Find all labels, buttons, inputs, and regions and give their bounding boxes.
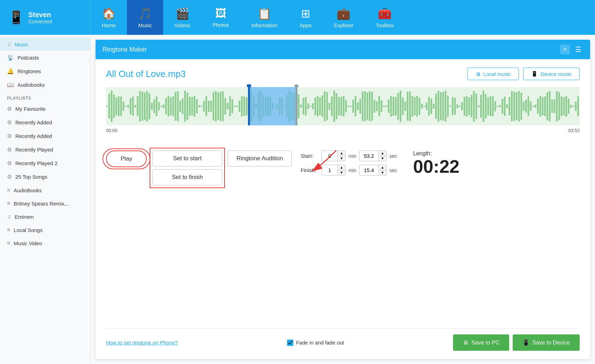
start-sec-up[interactable]: ▲	[379, 151, 386, 156]
finish-min-up[interactable]: ▲	[338, 165, 345, 170]
start-sec-spinners: ▲ ▼	[378, 151, 386, 161]
svg-rect-137	[430, 99, 432, 114]
top-bar: 📱 Steven Connected 🏠 Home 🎵 Music 🎬 Vide…	[0, 0, 595, 35]
set-to-finish-button[interactable]: Set to finish	[152, 169, 222, 185]
start-sec-input-group[interactable]: ▲ ▼	[359, 150, 387, 161]
sidebar-item-recently-added-2[interactable]: ⚙ Recently Added	[0, 129, 90, 143]
svg-rect-156	[475, 93, 477, 119]
sidebar-item-my-favourite[interactable]: ⚙ My Favourite	[0, 102, 90, 116]
sidebar-item-ringtones[interactable]: 🔔 Ringtones	[0, 64, 90, 78]
gear-icon-6: ⚙	[7, 173, 12, 180]
nav-label-information: Information	[251, 22, 277, 28]
svg-rect-18	[149, 93, 150, 119]
nav-item-explorer[interactable]: 💼 Explorer	[323, 0, 365, 35]
fade-checkbox-group: Fade in and fade out	[287, 340, 344, 346]
svg-rect-20	[153, 99, 155, 114]
gear-icon-2: ⚙	[7, 119, 12, 126]
nav-label-explorer: Explorer	[334, 22, 354, 28]
svg-rect-132	[419, 98, 420, 115]
nav-item-apps[interactable]: ⊞ Apps	[288, 0, 323, 35]
sidebar-item-music-video[interactable]: ≡ Music Video	[0, 237, 90, 250]
finish-sec-down[interactable]: ▼	[379, 170, 386, 175]
nav-item-home[interactable]: 🏠 Home	[91, 0, 127, 35]
svg-rect-43	[208, 101, 210, 112]
waveform-selected-region[interactable]	[248, 87, 295, 125]
ringtone-icon: 🔔	[7, 68, 14, 75]
save-to-device-button[interactable]: 📱 Save to Device	[513, 334, 580, 351]
waveform-container[interactable]: // Will be populated by JS below 00:00 0…	[106, 87, 580, 136]
start-min-input[interactable]	[322, 151, 337, 161]
waveform-right-handle[interactable]	[295, 87, 298, 125]
sidebar-label-recently-played: Recently Played	[15, 147, 53, 153]
svg-rect-112	[371, 92, 373, 121]
sidebar-label-eminem: Eminem	[15, 214, 34, 220]
start-min-input-group[interactable]: ▲ ▼	[322, 150, 346, 161]
start-min-down[interactable]: ▼	[338, 156, 345, 161]
svg-rect-194	[565, 96, 567, 117]
list-icon-3: ≡	[7, 227, 10, 233]
svg-rect-153	[468, 97, 470, 115]
sidebar-item-audiobooks-playlist[interactable]: ≡ AudioBooks	[0, 184, 90, 197]
svg-rect-17	[146, 91, 148, 122]
finish-min-input-group[interactable]: ▲ ▼	[322, 165, 346, 176]
sidebar-item-music[interactable]: ♫ Music	[0, 38, 90, 51]
toolbox-icon: 🧰	[378, 7, 392, 20]
play-button[interactable]: Play	[106, 150, 147, 167]
sidebar-label-audiobooks-playlist: AudioBooks	[14, 187, 42, 193]
svg-rect-135	[426, 103, 428, 110]
sidebar-item-recently-added-1[interactable]: ⚙ Recently Added	[0, 116, 90, 129]
finish-min-down[interactable]: ▼	[338, 170, 345, 175]
svg-rect-50	[225, 98, 226, 115]
sidebar-item-eminem[interactable]: ♫ Eminem	[0, 210, 90, 223]
save-to-pc-button[interactable]: 🖥 Save to PC	[453, 334, 509, 351]
sidebar-item-local-songs[interactable]: ≡ Local Songs	[0, 223, 90, 237]
sidebar-item-audiobooks[interactable]: 📖 Audiobooks	[0, 78, 90, 92]
sidebar-item-recently-played[interactable]: ⚙ Recently Played	[0, 143, 90, 156]
finish-sec-input[interactable]	[360, 165, 378, 175]
svg-rect-52	[229, 96, 231, 116]
panel-menu-button[interactable]: ☰	[573, 45, 583, 54]
finish-sec-input-group[interactable]: ▲ ▼	[359, 165, 387, 176]
svg-rect-170	[509, 97, 510, 116]
nav-item-photos[interactable]: 🖼 Photos	[202, 0, 240, 35]
fade-checkbox[interactable]	[287, 340, 293, 346]
start-sec-down[interactable]: ▼	[379, 156, 386, 161]
nav-item-toolbox[interactable]: 🧰 Toolbox	[364, 0, 405, 35]
local-music-button[interactable]: 🖥 Local music	[467, 68, 519, 80]
svg-rect-109	[364, 91, 366, 121]
start-min-up[interactable]: ▲	[338, 151, 345, 156]
svg-rect-86	[310, 106, 311, 107]
svg-rect-145	[450, 106, 451, 107]
waveform-svg: // Will be populated by JS below	[106, 87, 580, 125]
sidebar-item-25-top-songs[interactable]: ⚙ 25 Top Songs	[0, 170, 90, 184]
sidebar-item-britney[interactable]: ≡ Britney Spears Remix...	[0, 197, 90, 210]
finish-min-input[interactable]	[322, 165, 337, 175]
nav-item-videos[interactable]: 🎬 Videos	[163, 0, 202, 35]
sidebar-label-local-songs: Local Songs	[14, 227, 43, 233]
svg-rect-105	[355, 96, 356, 116]
nav-items: 🏠 Home 🎵 Music 🎬 Videos 🖼 Photos 📋 Infor…	[91, 0, 595, 35]
nav-item-information[interactable]: 📋 Information	[240, 0, 288, 35]
svg-rect-139	[435, 94, 437, 119]
panel-close-button[interactable]: ×	[560, 45, 570, 54]
finish-min-unit: min	[348, 168, 356, 173]
sidebar-item-recently-played-2[interactable]: ⚙ Recently Played 2	[0, 156, 90, 170]
svg-rect-99	[340, 96, 342, 116]
finish-sec-up[interactable]: ▲	[379, 165, 386, 170]
waveform-left-handle[interactable]	[248, 87, 250, 125]
gear-icon-3: ⚙	[7, 133, 12, 139]
svg-rect-1	[108, 94, 110, 118]
set-to-start-button[interactable]: Set to start	[152, 150, 222, 166]
nav-label-toolbox: Toolbox	[376, 22, 394, 28]
start-sec-input[interactable]	[360, 151, 378, 161]
ringtone-audition-button[interactable]: Ringtone Audition	[228, 150, 292, 166]
device-music-button[interactable]: 📱 Device music	[523, 68, 580, 80]
device-name: Steven	[28, 11, 52, 19]
how-to-link[interactable]: How to set ringtone on Phone?	[106, 340, 178, 346]
nav-item-music[interactable]: 🎵 Music	[127, 0, 163, 35]
svg-rect-94	[329, 103, 330, 110]
svg-rect-87	[312, 103, 314, 109]
svg-rect-54	[234, 106, 236, 107]
svg-rect-188	[551, 99, 553, 113]
sidebar-item-podcasts[interactable]: 📡 Podcasts	[0, 51, 90, 64]
